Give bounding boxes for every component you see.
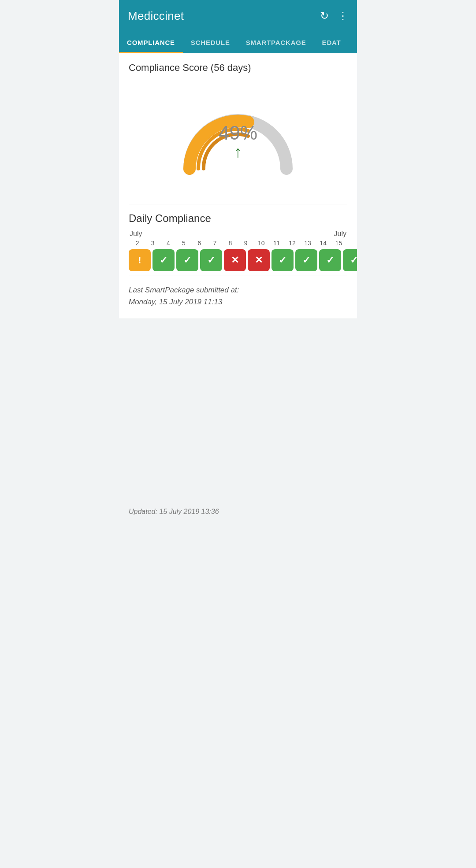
day-number: 9	[238, 240, 253, 247]
last-package-info: Last SmartPackage submitted at: Monday, …	[129, 284, 347, 308]
header-icons: ↻ ⋮	[320, 10, 348, 22]
tab-schedule[interactable]: SCHEDULE	[183, 32, 238, 53]
refresh-icon[interactable]: ↻	[320, 10, 329, 22]
gauge-container: 49% ↑	[129, 81, 347, 195]
day-number: 12	[284, 240, 300, 247]
day-number: 5	[176, 240, 191, 247]
day-icon-cross[interactable]: ✕	[224, 249, 246, 271]
daily-compliance-title: Daily Compliance	[129, 212, 347, 225]
divider-2	[129, 276, 347, 276]
gauge-percent: 49%	[219, 122, 257, 144]
tab-smartpackage[interactable]: SMARTPACKAGE	[238, 32, 314, 53]
app-title: Mediccinet	[128, 9, 184, 23]
calendar-month-header: July July	[129, 230, 347, 238]
day-number: 4	[160, 240, 176, 247]
day-icon-check[interactable]: ✓	[319, 249, 341, 271]
month-right: July	[334, 230, 346, 238]
day-number: 7	[207, 240, 223, 247]
day-number: 14	[316, 240, 331, 247]
day-number: 11	[269, 240, 284, 247]
day-number: 2	[130, 240, 145, 247]
compliance-score-title: Compliance Score (56 days)	[129, 62, 347, 74]
last-package-datetime: Monday, 15 July 2019 11:13	[129, 296, 347, 308]
trend-arrow: ↑	[219, 144, 257, 160]
footer: Updated: 15 July 2019 13:36	[119, 318, 357, 529]
day-icon-check[interactable]: ✓	[343, 249, 357, 271]
day-number: 8	[223, 240, 238, 247]
tab-bar: COMPLIANCE SCHEDULE SMARTPACKAGE EDAT	[119, 32, 357, 53]
last-package-label: Last SmartPackage submitted at:	[129, 284, 347, 296]
day-number: 13	[300, 240, 316, 247]
app-header: Mediccinet ↻ ⋮	[119, 0, 357, 32]
updated-text: Updated: 15 July 2019 13:36	[129, 508, 347, 516]
day-number: 3	[145, 240, 160, 247]
tab-compliance[interactable]: COMPLIANCE	[119, 32, 183, 53]
day-number: 15	[331, 240, 346, 247]
day-icon-check[interactable]: ✓	[295, 249, 317, 271]
more-options-icon[interactable]: ⋮	[338, 10, 348, 22]
day-icon-check[interactable]: ✓	[271, 249, 294, 271]
day-icon-warning[interactable]: !	[129, 249, 151, 271]
day-number: 10	[253, 240, 269, 247]
day-icons-row: !✓✓✓✕✕✓✓✓✓✓✕✕✓	[129, 249, 347, 271]
month-left: July	[130, 230, 142, 238]
main-content: Compliance Score (56 days) 49% ↑ Daily C…	[119, 53, 357, 318]
divider-1	[129, 204, 347, 204]
tab-edat[interactable]: EDAT	[314, 32, 349, 53]
day-numbers-row: 23456789101112131415	[129, 240, 347, 247]
day-icon-check[interactable]: ✓	[152, 249, 175, 271]
day-icon-cross[interactable]: ✕	[248, 249, 270, 271]
day-number: 6	[192, 240, 207, 247]
day-icon-check[interactable]: ✓	[176, 249, 198, 271]
day-icon-check[interactable]: ✓	[200, 249, 222, 271]
gauge-center: 49% ↑	[219, 122, 257, 160]
